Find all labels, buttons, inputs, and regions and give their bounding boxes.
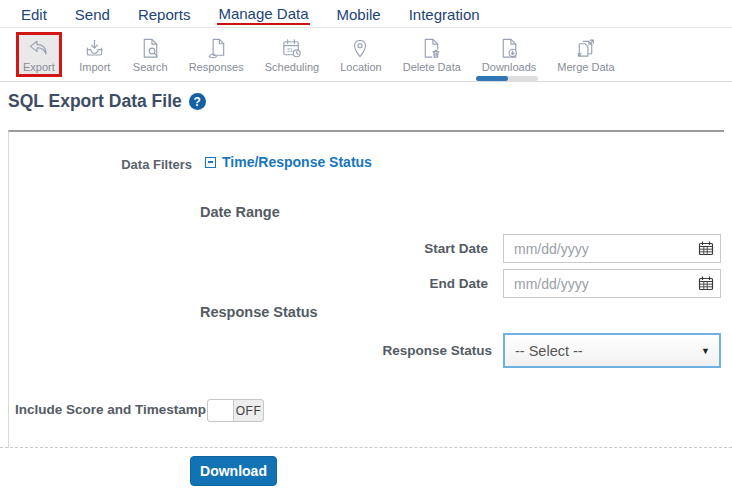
toolbar-label: Merge Data xyxy=(557,61,614,73)
toolbar-scrollbar-thumb[interactable] xyxy=(476,76,508,81)
nav-item-integration[interactable]: Integration xyxy=(408,4,481,24)
calendar-icon[interactable] xyxy=(698,275,714,291)
collapse-minus-icon[interactable] xyxy=(205,157,216,168)
document-hand-icon xyxy=(205,37,228,60)
toolbar-label: Location xyxy=(340,61,382,73)
document-search-icon xyxy=(139,37,162,60)
toolbar-label: Responses xyxy=(189,61,244,73)
form-bottom-divider xyxy=(0,447,732,448)
toggle-state-text: OFF xyxy=(234,400,263,421)
response-status-label: Response Status xyxy=(350,343,492,358)
include-score-toggle[interactable]: OFF xyxy=(207,399,264,422)
document-trash-icon xyxy=(420,37,443,60)
include-score-label: Include Score and Timestamp xyxy=(15,402,206,417)
manage-data-toolbar: Export Import Search xyxy=(0,28,732,82)
data-filters-label: Data Filters xyxy=(100,157,192,172)
end-date-input[interactable] xyxy=(503,269,721,298)
toolbar-item-search[interactable]: Search xyxy=(128,34,173,75)
start-date-label: Start Date xyxy=(360,241,488,256)
import-tray-icon xyxy=(83,37,106,60)
calendar-icon[interactable] xyxy=(698,240,714,256)
response-status-select[interactable]: -- Select -- ▼ xyxy=(503,333,721,368)
toolbar-label: Search xyxy=(133,61,168,73)
toolbar-label: Import xyxy=(79,61,110,73)
nav-item-reports[interactable]: Reports xyxy=(137,4,192,24)
document-download-icon xyxy=(498,37,521,60)
merge-documents-icon xyxy=(574,37,597,60)
map-pin-icon xyxy=(349,37,372,60)
chevron-down-icon: ▼ xyxy=(701,346,710,356)
toolbar-item-downloads[interactable]: Downloads xyxy=(477,34,541,75)
toolbar-item-delete-data[interactable]: Delete Data xyxy=(398,34,466,75)
response-status-selected-value: -- Select -- xyxy=(515,343,583,359)
toolbar-label: Delete Data xyxy=(403,61,461,73)
toolbar-item-responses[interactable]: Responses xyxy=(184,34,249,75)
date-range-heading: Date Range xyxy=(200,204,280,220)
nav-item-edit[interactable]: Edit xyxy=(20,4,48,24)
toolbar-item-import[interactable]: Import xyxy=(73,34,117,75)
toolbar-scrollbar-track[interactable] xyxy=(476,76,538,81)
calendar-clock-icon: 31 xyxy=(280,37,303,60)
time-response-status-toggle[interactable]: Time/Response Status xyxy=(205,154,372,170)
toolbar-item-location[interactable]: Location xyxy=(335,34,387,75)
toolbar-label: Scheduling xyxy=(265,61,319,73)
toolbar-label: Downloads xyxy=(482,61,536,73)
download-button[interactable]: Download xyxy=(190,456,277,486)
nav-item-manage-data[interactable]: Manage Data xyxy=(217,3,309,25)
toolbar-label: Export xyxy=(23,61,55,73)
end-date-label: End Date xyxy=(360,276,488,291)
export-arrow-icon xyxy=(27,37,50,60)
svg-text:31: 31 xyxy=(287,47,293,53)
response-status-heading: Response Status xyxy=(200,304,318,320)
nav-item-send[interactable]: Send xyxy=(74,4,111,24)
filter-group-label: Time/Response Status xyxy=(222,154,372,170)
nav-item-mobile[interactable]: Mobile xyxy=(336,4,382,24)
help-icon[interactable]: ? xyxy=(189,93,206,110)
page-title: SQL Export Data File ? xyxy=(8,91,206,112)
top-nav: Edit Send Reports Manage Data Mobile Int… xyxy=(0,0,732,28)
page-title-text: SQL Export Data File xyxy=(8,91,182,112)
sql-export-page: Edit Send Reports Manage Data Mobile Int… xyxy=(0,0,732,495)
toolbar-item-export[interactable]: Export xyxy=(16,32,62,77)
toolbar-item-merge-data[interactable]: Merge Data xyxy=(552,34,619,75)
toggle-knob[interactable] xyxy=(208,400,234,421)
start-date-input[interactable] xyxy=(503,234,721,263)
toolbar-item-scheduling[interactable]: 31 Scheduling xyxy=(260,34,324,75)
